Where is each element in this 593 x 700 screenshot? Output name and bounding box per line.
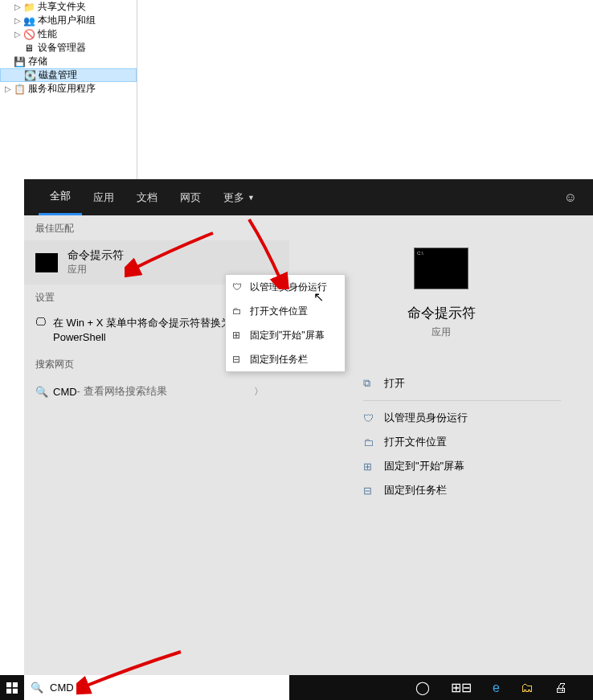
pin-start-icon: ⊞ xyxy=(232,330,250,341)
action-open-location[interactable]: 🗀打开文件位置 xyxy=(363,430,593,454)
tree-item-disk-management[interactable]: 💽磁盘管理 xyxy=(0,68,137,82)
tree-item-local-users[interactable]: ▷👥本地用户和组 xyxy=(0,14,137,27)
tab-apps[interactable]: 应用 xyxy=(82,179,125,215)
result-subtitle: 应用 xyxy=(67,263,124,276)
chevron-right-icon: 〉 xyxy=(254,385,264,399)
storage-icon: 💾 xyxy=(13,56,26,68)
folder-icon: 📁 xyxy=(22,2,35,13)
tree-label: 磁盘管理 xyxy=(39,68,77,82)
tab-docs[interactable]: 文档 xyxy=(125,179,169,215)
svg-rect-1 xyxy=(13,682,18,687)
divider xyxy=(363,400,561,401)
tree-label: 共享文件夹 xyxy=(38,0,86,14)
tree-label: 存储 xyxy=(28,55,47,68)
tree-label: 设备管理器 xyxy=(38,41,86,55)
tree-item-storage[interactable]: 💾存储 xyxy=(0,55,137,68)
file-explorer-icon[interactable]: 🗂 xyxy=(521,681,534,695)
tree-label: 服务和应用程序 xyxy=(28,82,96,96)
pin-taskbar-icon: ⊟ xyxy=(363,485,384,497)
cortana-icon[interactable]: ◯ xyxy=(415,680,430,695)
svg-rect-2 xyxy=(6,688,11,693)
feedback-icon[interactable]: ☺ xyxy=(564,190,577,205)
mmc-tree: ▷📁共享文件夹 ▷👥本地用户和组 ▷🚫性能 🖥设备管理器 💾存储 💽磁盘管理 ▷… xyxy=(0,0,137,96)
admin-shield-icon: 🛡 xyxy=(232,281,250,293)
pin-taskbar-icon: ⊟ xyxy=(232,354,250,365)
tree-label: 本地用户和组 xyxy=(38,14,96,27)
expand-icon[interactable]: ▷ xyxy=(13,30,22,39)
search-icon: 🔍 xyxy=(35,386,53,398)
folder-icon: 🗀 xyxy=(363,436,384,448)
edge-icon[interactable]: e xyxy=(493,681,500,695)
start-search-panel: 全部 应用 文档 网页 更多▼ ☺ 最佳匹配 命令提示符 应用 设置 🖵 在 W… xyxy=(24,179,593,676)
monitor-icon: 🖵 xyxy=(35,316,53,328)
app-icon[interactable]: 🖨 xyxy=(554,681,567,695)
web-result-query: CMD xyxy=(53,386,77,398)
start-button[interactable] xyxy=(0,675,24,700)
search-tabs: 全部 应用 文档 网页 更多▼ ☺ xyxy=(24,179,593,215)
tab-all[interactable]: 全部 xyxy=(39,179,82,215)
ctx-open-location[interactable]: 🗀打开文件位置 xyxy=(226,299,345,323)
users-icon: 👥 xyxy=(22,15,35,27)
folder-icon: 🗀 xyxy=(232,305,250,317)
tree-item-device-manager[interactable]: 🖥设备管理器 xyxy=(0,41,137,55)
expand-icon[interactable]: ▷ xyxy=(13,2,22,11)
tab-web[interactable]: 网页 xyxy=(169,179,212,215)
tab-more[interactable]: 更多▼ xyxy=(212,179,266,215)
ctx-run-as-admin[interactable]: 🛡以管理员身份运行 xyxy=(226,275,345,299)
expand-icon[interactable]: ▷ xyxy=(3,84,13,93)
tree-item-services[interactable]: ▷📋服务和应用程序 xyxy=(0,82,137,96)
web-result-item[interactable]: 🔍 CMD - 查看网络搜索结果 〉 xyxy=(24,376,289,407)
open-icon: ⧉ xyxy=(363,377,384,390)
admin-shield-icon: 🛡 xyxy=(363,412,384,424)
cmd-thumbnail-icon xyxy=(35,253,58,272)
services-icon: 📋 xyxy=(13,84,26,95)
ctx-pin-start[interactable]: ⊞固定到"开始"屏幕 xyxy=(226,323,345,347)
chevron-down-icon: ▼ xyxy=(247,194,255,202)
windows-logo-icon xyxy=(6,682,18,694)
taskbar-pinned-apps: ◯ ⊞⊟ e 🗂 🖨 xyxy=(415,675,593,700)
task-view-icon[interactable]: ⊞⊟ xyxy=(451,680,472,695)
preview-thumbnail: C:\ xyxy=(414,248,468,289)
web-result-suffix: - 查看网络搜索结果 xyxy=(77,384,167,399)
context-menu: 🛡以管理员身份运行 🗀打开文件位置 ⊞固定到"开始"屏幕 ⊟固定到任务栏 xyxy=(225,274,346,372)
preview-actions: ⧉打开 🛡以管理员身份运行 🗀打开文件位置 ⊞固定到"开始"屏幕 ⊟固定到任务栏 xyxy=(289,371,593,502)
svg-rect-3 xyxy=(13,688,18,693)
tree-item-shared-folders[interactable]: ▷📁共享文件夹 xyxy=(0,0,137,14)
result-title: 命令提示符 xyxy=(67,248,124,263)
device-icon: 🖥 xyxy=(22,43,35,54)
pin-start-icon: ⊞ xyxy=(363,461,384,473)
action-pin-taskbar[interactable]: ⊟固定到任务栏 xyxy=(363,478,593,502)
svg-rect-0 xyxy=(6,682,11,687)
action-run-admin[interactable]: 🛡以管理员身份运行 xyxy=(363,406,593,430)
tree-item-performance[interactable]: ▷🚫性能 xyxy=(0,27,137,41)
section-best-match: 最佳匹配 xyxy=(24,215,289,240)
tree-label: 性能 xyxy=(38,27,57,41)
action-open[interactable]: ⧉打开 xyxy=(363,371,593,395)
expand-icon[interactable]: ▷ xyxy=(13,16,22,25)
search-icon: 🔍 xyxy=(31,682,43,694)
disk-icon: 💽 xyxy=(23,70,36,81)
ctx-pin-taskbar[interactable]: ⊟固定到任务栏 xyxy=(226,347,345,371)
taskbar: 🔍 CMD ◯ ⊞⊟ e 🗂 🖨 xyxy=(0,675,593,700)
action-pin-start[interactable]: ⊞固定到"开始"屏幕 xyxy=(363,454,593,478)
search-value: CMD xyxy=(50,682,74,694)
perf-icon: 🚫 xyxy=(22,29,35,40)
taskbar-search-input[interactable]: 🔍 CMD xyxy=(24,675,289,700)
